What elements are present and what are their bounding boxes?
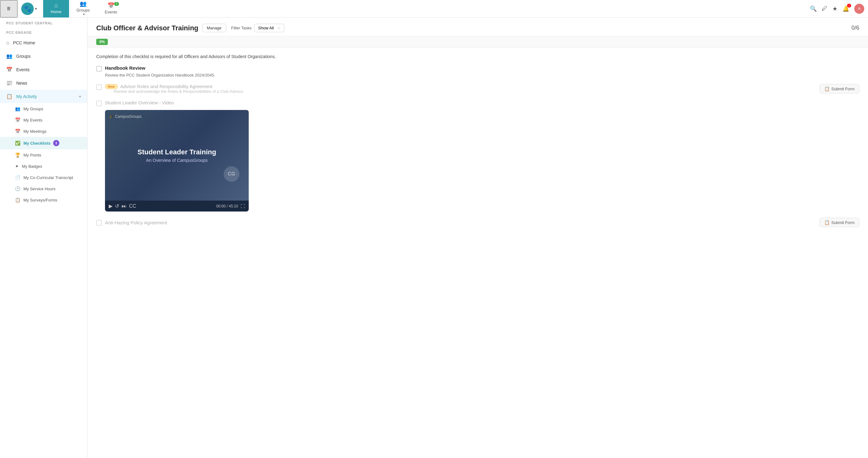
my-service-hours-icon: 🕐 bbox=[15, 186, 20, 191]
sidebar-my-badges-label: My Badges bbox=[22, 164, 42, 169]
item-2-submit-form-button[interactable]: 📋 Submit Form bbox=[819, 84, 859, 93]
video-skip-button[interactable]: ⏭ bbox=[122, 203, 127, 209]
filter-tasks-select[interactable]: Show All bbox=[254, 24, 284, 32]
video-time: 00:00 / 45:10 bbox=[216, 204, 238, 208]
sidebar-sub-item-my-groups[interactable]: 👥 My Groups bbox=[0, 103, 87, 114]
search-icon[interactable]: 🔍 bbox=[810, 5, 817, 12]
sidebar-section-pcc-student-central: PCC STUDENT CENTRAL bbox=[0, 18, 87, 27]
sidebar-groups-label: Groups bbox=[16, 54, 31, 59]
sidebar-my-transcript-label: My Co-Curricular Transcript bbox=[24, 175, 73, 180]
my-events-icon: 📅 bbox=[15, 118, 20, 122]
item-2-new-badge: New bbox=[105, 84, 118, 89]
item-2-checkbox[interactable] bbox=[96, 84, 102, 90]
sidebar-my-surveys-label: My Surveys/Forms bbox=[24, 198, 57, 203]
main-layout: PCC STUDENT CENTRAL PCC ENGAGE ⌂ PCC Hom… bbox=[0, 18, 868, 458]
sidebar-item-my-activity[interactable]: 📋 My Activity ▾ bbox=[0, 90, 87, 103]
item-1-checkbox[interactable] bbox=[96, 66, 102, 71]
item-4-checkbox[interactable] bbox=[96, 220, 102, 225]
hamburger-button[interactable]: ☰ bbox=[0, 0, 18, 18]
item-2-title: Advisor Roles and Responsibility Agreeme… bbox=[120, 84, 213, 89]
video-fullscreen-button[interactable]: ⛶ bbox=[241, 204, 245, 209]
groups-icon: 👥 bbox=[80, 0, 87, 7]
filter-tasks-label: Filter Tasks bbox=[231, 26, 252, 30]
avatar[interactable]: A bbox=[854, 4, 864, 14]
sidebar-item-news[interactable]: 📰 News bbox=[0, 76, 87, 90]
bookmark-icon[interactable]: 🖊 bbox=[822, 5, 827, 12]
progress-count: 0/6 bbox=[851, 25, 859, 31]
nav-items: ⌂ Home 👥 Groups ▾ 7 📅 Events bbox=[43, 0, 125, 17]
checklist-item-3: Student Leader Overview - Video 🎓 Campus… bbox=[96, 100, 859, 212]
nav-groups-label: Groups bbox=[76, 8, 90, 12]
video-play-button[interactable]: ▶ bbox=[109, 203, 113, 209]
sidebar-pcc-home-label: PCC Home bbox=[13, 40, 35, 45]
item-2-submit-form-label: Submit Form bbox=[832, 87, 855, 91]
video-title: Student Leader Training bbox=[137, 148, 216, 157]
item-4-submit-form-label: Submit Form bbox=[832, 220, 855, 225]
checklist-description: Completion of this checklist is required… bbox=[96, 54, 859, 59]
item-1-description: Review the PCC Student Organization Hand… bbox=[105, 73, 859, 78]
video-cc-button[interactable]: CC bbox=[129, 203, 136, 209]
my-groups-icon: 👥 bbox=[15, 106, 20, 111]
logo-area: 🐾 ▾ bbox=[18, 2, 41, 15]
star-icon[interactable]: ★ bbox=[832, 5, 837, 12]
sidebar-item-events[interactable]: 📅 Events bbox=[0, 63, 87, 76]
item-3-title: Student Leader Overview - Video bbox=[105, 100, 174, 105]
events-badge: 7 bbox=[114, 2, 119, 6]
sidebar-section-pcc-engage: PCC ENGAGE bbox=[0, 27, 87, 36]
logo-circle[interactable]: 🐾 bbox=[21, 2, 34, 15]
sidebar-sub-item-my-service-hours[interactable]: 🕐 My Service Hours bbox=[0, 183, 87, 194]
sidebar-sub-item-my-points[interactable]: 🏆 My Points bbox=[0, 149, 87, 160]
sidebar-my-points-label: My Points bbox=[24, 153, 41, 157]
sidebar-sub-item-my-surveys[interactable]: 📋 My Surveys/Forms bbox=[0, 194, 87, 206]
sidebar-events-label: Events bbox=[16, 67, 30, 72]
sidebar-sub-item-my-badges[interactable]: ✦ My Badges bbox=[0, 160, 87, 172]
nav-item-groups[interactable]: 👥 Groups ▾ bbox=[69, 0, 97, 18]
news-sidebar-icon: 📰 bbox=[6, 80, 12, 86]
video-replay-button[interactable]: ↺ bbox=[115, 203, 119, 209]
sidebar: PCC STUDENT CENTRAL PCC ENGAGE ⌂ PCC Hom… bbox=[0, 18, 88, 458]
checklist-body: Completion of this checklist is required… bbox=[88, 48, 868, 240]
my-checklists-icon: ✅ bbox=[15, 141, 20, 146]
home-icon: ⌂ bbox=[54, 2, 58, 9]
bell-badge: 2 bbox=[847, 4, 851, 7]
nav-item-home[interactable]: ⌂ Home bbox=[43, 0, 69, 18]
logo-dropdown[interactable]: ▾ bbox=[35, 6, 37, 11]
my-points-icon: 🏆 bbox=[15, 152, 20, 157]
item-3-checkbox[interactable] bbox=[96, 100, 102, 106]
groups-sidebar-icon: 👥 bbox=[6, 53, 12, 59]
sidebar-sub-item-my-transcript[interactable]: 📄 My Co-Curricular Transcript bbox=[0, 172, 87, 183]
sidebar-sub-item-my-events[interactable]: 📅 My Events bbox=[0, 114, 87, 126]
nav-home-label: Home bbox=[51, 9, 62, 14]
sidebar-my-events-label: My Events bbox=[24, 118, 42, 122]
nav-events-label: Events bbox=[105, 10, 117, 14]
video-player: 🎓 CampusGroups. Student Leader Training … bbox=[105, 110, 249, 212]
my-activity-chevron-icon: ▾ bbox=[79, 94, 81, 99]
events-icon: 📅 bbox=[107, 2, 114, 9]
manage-button[interactable]: Manage bbox=[202, 24, 226, 32]
item-4-submit-form-button[interactable]: 📋 Submit Form bbox=[819, 218, 859, 227]
sidebar-news-label: News bbox=[16, 81, 27, 86]
submit-form-icon: 📋 bbox=[824, 86, 830, 91]
my-transcript-icon: 📄 bbox=[15, 175, 20, 180]
bell-icon[interactable]: 🔔 2 bbox=[842, 5, 849, 12]
sidebar-item-groups[interactable]: 👥 Groups bbox=[0, 49, 87, 63]
groups-caret-icon: ▾ bbox=[83, 12, 85, 16]
events-sidebar-icon: 📅 bbox=[6, 66, 12, 72]
nav-item-events[interactable]: 7 📅 Events bbox=[97, 0, 125, 18]
content-area: Club Officer & Advisor Training Manage F… bbox=[88, 18, 868, 458]
item-4-title: Anti-Hazing Policy Agreement bbox=[105, 220, 167, 225]
checklist-header: Club Officer & Advisor Training Manage F… bbox=[88, 18, 868, 36]
sidebar-item-pcc-home[interactable]: ⌂ PCC Home bbox=[0, 36, 87, 49]
my-badges-icon: ✦ bbox=[15, 164, 19, 169]
sidebar-sub-item-my-checklists[interactable]: ✅ My Checklists 3 bbox=[0, 137, 87, 149]
item-1-title: Handbook Review bbox=[105, 65, 145, 71]
submit-form-2-icon: 📋 bbox=[824, 220, 830, 225]
sidebar-my-service-hours-label: My Service Hours bbox=[24, 186, 56, 191]
progress-section: 0% bbox=[88, 36, 868, 48]
cg-watermark: CG bbox=[224, 166, 239, 182]
nav-right: 🔍 🖊 ★ 🔔 2 A bbox=[810, 4, 868, 14]
sidebar-my-activity-label: My Activity bbox=[16, 94, 37, 99]
top-nav: ☰ 🐾 ▾ ⌂ Home 👥 Groups ▾ 7 📅 Events 🔍 🖊 ★… bbox=[0, 0, 868, 18]
sidebar-my-meetings-label: My Meetings bbox=[24, 129, 46, 134]
sidebar-sub-item-my-meetings[interactable]: 📅 My Meetings bbox=[0, 126, 87, 137]
